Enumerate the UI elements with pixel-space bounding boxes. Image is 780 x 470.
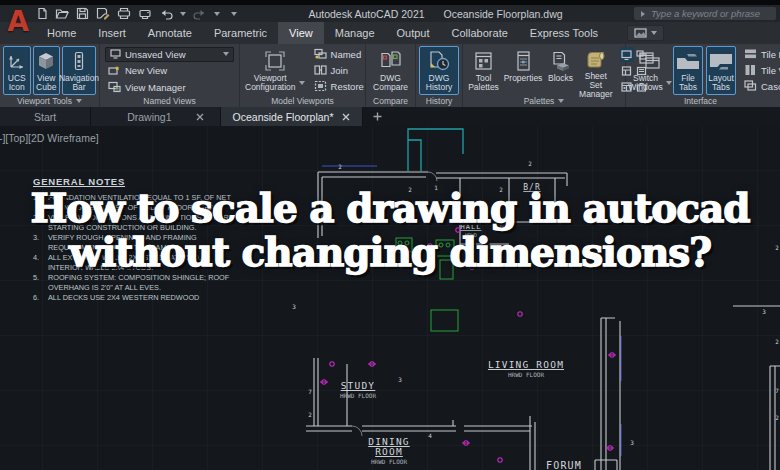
view-manager-button[interactable]: View Manager (105, 79, 234, 95)
ucs-icon-button[interactable]: UCS Icon (3, 46, 31, 95)
panel-label-named-views: Named Views (100, 95, 239, 107)
print-icon[interactable] (138, 7, 152, 20)
dwg-compare-button[interactable]: DWG Compare (370, 46, 412, 95)
undo-dropdown-icon[interactable] (180, 12, 186, 16)
file-tab-bar: Start Drawing1 Oceanside Floorplan* (0, 107, 780, 126)
tab-output[interactable]: Output (386, 22, 441, 44)
room-floor-study: HRWD FLOOR (340, 392, 377, 399)
properties-icon (512, 49, 534, 73)
chevron-down-icon (666, 81, 672, 85)
tab-collaborate[interactable]: Collaborate (441, 22, 519, 44)
panel-history: DWG History History (416, 44, 463, 107)
svg-text:3: 3 (762, 308, 766, 315)
restore-viewport-icon (314, 80, 327, 92)
navigation-bar-icon (69, 49, 89, 73)
unsaved-view-icon (110, 49, 121, 59)
tab-manage[interactable]: Manage (324, 22, 386, 44)
autocad-window: A (0, 0, 780, 470)
viewport-controls[interactable]: [-][Top][2D Wireframe] (0, 132, 99, 144)
new-view-button[interactable]: New View (105, 63, 234, 79)
join-viewports-button[interactable]: Join (311, 62, 367, 78)
redo-dropdown-icon[interactable] (214, 12, 220, 16)
new-view-icon (108, 65, 121, 77)
chevron-down-icon (651, 31, 657, 35)
switch-windows-button[interactable]: Switch Windows (630, 46, 670, 95)
file-tab-oceanside-floorplan[interactable]: Oceanside Floorplan* (221, 107, 363, 126)
file-tab-start[interactable]: Start (0, 107, 91, 126)
restore-viewports-button[interactable]: Restore (311, 78, 367, 94)
ribbon-tab-bar: Home Insert Annotate Parametric View Man… (0, 22, 780, 44)
panel-compare: DWG Compare Compare (366, 44, 416, 107)
properties-button[interactable]: Properties (502, 46, 544, 95)
tab-annotate[interactable]: Annotate (137, 22, 203, 44)
note-item: 6. ALL DECKS USE 2X4 WESTERN REDWOOD (33, 293, 293, 303)
chevron-down-icon (223, 52, 229, 56)
view-manager-icon (108, 81, 121, 93)
cascade-icon (744, 80, 757, 92)
layout-tabs-button[interactable]: Layout Tabs (706, 46, 736, 95)
overlay-caption: How to scale a drawing in autocad withou… (0, 186, 780, 274)
drawing-canvas[interactable]: [-][Top][2D Wireframe] (0, 126, 780, 470)
window-title: Autodesk AutoCAD 2021 Oceanside Floorpla… (237, 8, 634, 20)
close-icon[interactable] (196, 113, 204, 121)
dwg-history-button[interactable]: DWG History (419, 46, 459, 95)
room-label-forum: FORUM (546, 460, 582, 470)
document-title: Oceanside Floorplan.dwg (444, 8, 563, 20)
tab-view[interactable]: View (278, 22, 324, 44)
tile-horizontally-button[interactable]: Tile Horizontally (741, 46, 780, 62)
switch-windows-icon (638, 49, 662, 73)
room-floor-living: HRWD FLOOR (508, 371, 545, 378)
file-tab-drawing1[interactable]: Drawing1 (91, 107, 220, 126)
chevron-down-icon (299, 81, 305, 85)
dwg-history-icon (427, 49, 451, 73)
view-cube-button[interactable]: View Cube (33, 46, 61, 95)
layout-tabs-icon (708, 49, 734, 73)
join-viewport-icon (314, 64, 327, 76)
panel-label-history: History (416, 95, 462, 107)
tool-palettes-button[interactable]: Tool Palettes (467, 46, 500, 95)
redo-icon[interactable] (193, 8, 207, 20)
tab-insert[interactable]: Insert (87, 22, 137, 44)
panel-label-viewport-tools[interactable]: Viewport Tools (0, 95, 99, 107)
blocks-icon (550, 49, 572, 73)
viewport-configuration-button[interactable]: Viewport Configuration (243, 46, 307, 95)
plot-icon[interactable] (117, 7, 131, 20)
svg-text:3: 3 (398, 376, 402, 383)
panel-label-palettes[interactable]: Palettes (463, 95, 625, 107)
titlebar: Autodesk AutoCAD 2021 Oceanside Floorpla… (0, 5, 780, 22)
new-tab-button[interactable] (363, 107, 392, 126)
sheet-set-manager-button[interactable]: Sheet Set Manager (577, 46, 615, 95)
svg-text:3: 3 (630, 439, 634, 446)
named-viewports-button[interactable]: Named (311, 46, 367, 62)
ribbon-display-button[interactable] (627, 25, 664, 41)
panel-label-compare: Compare (366, 95, 415, 107)
cascade-button[interactable]: Cascade (741, 78, 780, 94)
file-tabs-button[interactable]: File Tabs (673, 46, 703, 95)
tile-vertically-button[interactable]: Tile Vertically (741, 62, 780, 78)
panel-label-interface: Interface (626, 95, 780, 107)
room-label-dining-2: ROOM (375, 446, 403, 457)
undo-icon[interactable] (159, 8, 173, 20)
overlay-caption-line1: How to scale a drawing in autocad (0, 186, 780, 230)
ribbon: UCS Icon View Cube Navigation Bar Viewpo… (0, 44, 780, 107)
view-list-dropdown[interactable]: Unsaved View (105, 47, 234, 62)
save-as-icon[interactable] (96, 7, 110, 20)
help-search-box[interactable]: Type a keyword or phrase (634, 7, 776, 20)
panel-named-views: Unsaved View New View View Manager (100, 44, 240, 107)
tab-home[interactable]: Home (36, 22, 87, 44)
tab-parametric[interactable]: Parametric (203, 22, 278, 44)
new-file-icon[interactable] (36, 7, 48, 20)
save-icon[interactable] (76, 7, 89, 20)
panel-label-model-viewports: Model Viewports (240, 95, 365, 107)
tab-express-tools[interactable]: Express Tools (519, 22, 609, 44)
close-icon[interactable] (342, 113, 350, 121)
open-folder-icon[interactable] (55, 7, 69, 20)
search-arrow-icon (640, 10, 646, 18)
blocks-button[interactable]: Blocks (546, 46, 575, 95)
application-menu-logo[interactable]: A (5, 5, 31, 39)
svg-text:2: 2 (308, 411, 312, 418)
navigation-bar-button[interactable]: Navigation Bar (62, 46, 96, 95)
viewport-configuration-icon (264, 49, 286, 73)
room-floor-dining: HRWD FLOOR (371, 458, 408, 465)
search-placeholder: Type a keyword or phrase (651, 8, 760, 19)
